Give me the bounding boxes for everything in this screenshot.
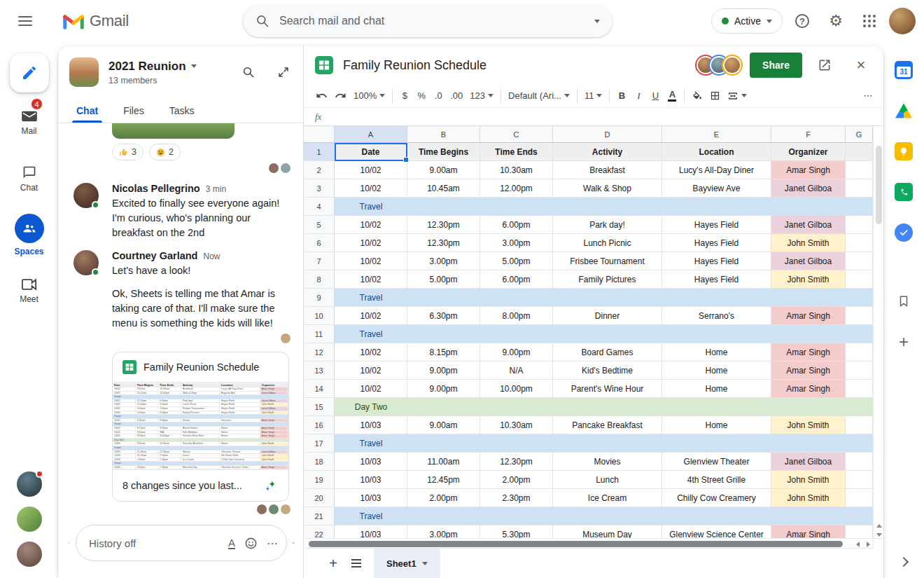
cell[interactable]: 10.30am <box>480 416 553 434</box>
cell[interactable]: Breakfast <box>553 161 662 179</box>
doc-title[interactable]: Family Reunion Schedule <box>343 58 486 73</box>
cell[interactable]: 10/03 <box>335 489 407 507</box>
cell[interactable]: Family Pictures <box>553 270 662 289</box>
cell[interactable]: Ice Cream <box>553 489 662 507</box>
cell[interactable]: Lunch Picnic <box>553 234 662 252</box>
select-all-corner[interactable] <box>304 126 335 143</box>
column-header-B[interactable]: B <box>407 126 480 143</box>
cell[interactable]: Amar Singh <box>771 343 846 362</box>
message-input[interactable]: A ⋯ <box>76 525 287 561</box>
search-bar[interactable] <box>243 5 612 37</box>
open-in-new-button[interactable] <box>811 51 839 79</box>
cell[interactable]: 2.00pm <box>407 489 480 507</box>
cell[interactable]: Janet Gilboa <box>771 252 846 270</box>
cell[interactable]: Amar Singh <box>771 525 846 538</box>
sheets-file-card[interactable]: Family Reunion Schedule DateTime BeginsT… <box>112 352 289 502</box>
underline-button[interactable]: U <box>647 87 664 105</box>
shared-photo-fragment[interactable] <box>112 123 234 139</box>
cell[interactable]: Board Games <box>553 343 662 362</box>
tab-files[interactable]: Files <box>112 105 155 123</box>
account-avatar[interactable] <box>889 8 916 34</box>
expand-chat-button[interactable] <box>271 60 296 85</box>
google-apps-button[interactable] <box>855 7 883 35</box>
help-button[interactable]: ? <box>788 7 816 35</box>
cell[interactable]: 10.45am <box>407 179 480 198</box>
send-icon[interactable] <box>293 535 295 551</box>
cell[interactable]: Hayes Field <box>662 270 771 289</box>
cell[interactable]: John Smith <box>771 416 846 434</box>
cell[interactable]: 8.00pm <box>480 307 553 325</box>
cell[interactable]: Janet Gilboa <box>771 179 846 198</box>
get-add-ons-button[interactable]: + <box>890 328 918 356</box>
scroll-right-icon[interactable] <box>867 542 870 547</box>
reaction-chip-thumbs-up[interactable]: 3 <box>112 144 144 160</box>
cell[interactable] <box>846 252 873 270</box>
row-header[interactable]: 21 <box>304 507 335 525</box>
row-header[interactable]: 20 <box>304 489 335 507</box>
row-header[interactable]: 3 <box>304 179 335 198</box>
row-header[interactable]: 17 <box>304 434 335 453</box>
cell[interactable]: 3.00pm <box>407 252 480 270</box>
text-format-icon[interactable]: A <box>228 537 235 549</box>
cell[interactable]: Activity <box>553 143 662 161</box>
cell[interactable]: Glenview Science Center <box>662 525 771 538</box>
cell[interactable]: 10/02 <box>335 270 407 289</box>
cell[interactable] <box>846 343 873 362</box>
cell[interactable] <box>846 380 873 398</box>
cell[interactable]: 12.30pm <box>407 216 480 234</box>
percent-format-button[interactable]: % <box>413 87 430 105</box>
formula-bar[interactable]: fx <box>304 108 883 126</box>
vertical-scrollbar-thumb[interactable] <box>876 146 882 224</box>
tab-tasks[interactable]: Tasks <box>158 105 206 123</box>
cell[interactable]: 2.30pm <box>480 489 553 507</box>
collapse-side-panel-icon[interactable] <box>899 557 909 567</box>
cell[interactable]: N/A <box>480 362 553 380</box>
cell[interactable]: Dinner <box>553 307 662 325</box>
cell[interactable]: Chilly Cow Creamery <box>662 489 771 507</box>
scroll-left-icon[interactable] <box>856 542 860 547</box>
cell[interactable]: Home <box>662 362 771 380</box>
redo-button[interactable] <box>331 87 350 105</box>
row-header[interactable]: 14 <box>304 380 335 398</box>
italic-button[interactable]: I <box>630 87 647 105</box>
row-header[interactable]: 9 <box>304 289 335 307</box>
status-selector[interactable]: Active <box>711 8 783 34</box>
cell[interactable]: 10/02 <box>335 380 407 398</box>
band-row[interactable]: Travel <box>335 434 873 453</box>
row-header[interactable]: 10 <box>304 307 335 325</box>
cell[interactable]: 6.30pm <box>407 307 480 325</box>
zoom-select[interactable]: 100% <box>350 87 388 105</box>
bold-button[interactable]: B <box>613 87 630 105</box>
band-row[interactable]: Day Two <box>335 398 873 416</box>
cell[interactable]: Frisbee Tournament <box>553 252 662 270</box>
scroll-down-icon[interactable] <box>876 533 882 537</box>
cell[interactable]: Lucy's All-Day Diner <box>662 161 771 179</box>
cell[interactable]: Organizer <box>771 143 846 161</box>
undo-button[interactable] <box>312 87 331 105</box>
cell[interactable]: Amar Singh <box>771 161 846 179</box>
cell[interactable]: Kid's Bedtime <box>553 362 662 380</box>
sidebar-item-mail[interactable]: Mail 4 <box>0 97 58 149</box>
increase-decimal-button[interactable]: .00 <box>447 87 466 105</box>
more-toolbar-button[interactable]: ⋯ <box>860 87 876 105</box>
cell[interactable]: 10/02 <box>335 307 407 325</box>
cell[interactable]: 10/03 <box>335 525 407 538</box>
main-menu-icon[interactable] <box>8 4 42 38</box>
saved-items-button[interactable] <box>890 287 918 315</box>
sidebar-item-chat[interactable]: Chat <box>0 153 58 205</box>
vertical-scrollbar[interactable] <box>873 126 883 538</box>
cell[interactable]: 12.30pm <box>480 453 553 471</box>
font-select[interactable]: Default (Ari... <box>505 87 573 105</box>
add-sheet-button[interactable]: + <box>325 555 342 572</box>
cell[interactable]: Glenview Theater <box>662 453 771 471</box>
message-author[interactable]: Courtney Garland <box>112 250 197 261</box>
keep-app-button[interactable] <box>890 137 918 165</box>
cell[interactable]: 2.00pm <box>480 471 553 489</box>
cell[interactable]: Date <box>335 143 407 161</box>
contact-avatar[interactable] <box>17 542 42 567</box>
all-sheets-icon[interactable] <box>351 559 361 567</box>
cell[interactable] <box>846 179 873 198</box>
cell[interactable]: John Smith <box>771 234 846 252</box>
cell[interactable]: 10/03 <box>335 453 407 471</box>
cell[interactable]: John Smith <box>771 489 846 507</box>
